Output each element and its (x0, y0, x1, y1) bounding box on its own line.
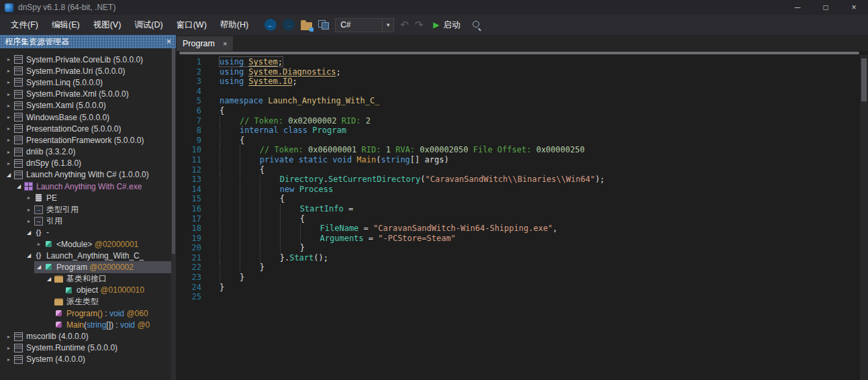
language-selector[interactable]: C# ▾ (335, 18, 394, 32)
code-line[interactable]: { (220, 214, 860, 224)
redo-button[interactable]: ↷ (415, 19, 424, 31)
collapse-icon[interactable]: ◢ (34, 264, 44, 270)
expand-icon[interactable]: ▸ (4, 357, 13, 363)
expand-icon[interactable]: ▸ (4, 56, 13, 62)
menu-item[interactable]: 帮助(H) (213, 15, 255, 35)
code-line[interactable]: { (220, 194, 860, 204)
menu-item[interactable]: 编辑(E) (45, 15, 87, 35)
code-area[interactable]: 1234567891011121314151617181920212223242… (176, 55, 868, 380)
tree-item[interactable]: ▸System.Private.CoreLib (5.0.0.0) (4, 54, 176, 65)
code-line[interactable]: using System.Diagnostics; (220, 67, 860, 77)
minimize-button[interactable]: ─ (783, 0, 812, 15)
tree-item[interactable]: ▸System.Xaml (5.0.0.0) (4, 100, 176, 111)
menu-item[interactable]: 窗口(W) (170, 15, 213, 35)
vertical-scrollbar-thumb[interactable] (861, 58, 867, 101)
code-line[interactable]: Arguments = "-PCStore=Steam" (220, 234, 860, 244)
tree-item[interactable]: ◢基类和接口 (44, 273, 176, 285)
code-line[interactable]: FileName = "CaravanSandWitch-Win64-Shipp… (220, 224, 860, 234)
code-line[interactable]: { (220, 165, 860, 175)
code-line[interactable]: { (220, 106, 860, 116)
code-line[interactable]: using System.IO; (220, 77, 860, 87)
panel-close-button[interactable]: × (166, 37, 171, 46)
expand-icon[interactable]: ▸ (4, 103, 13, 109)
code-line[interactable]: StartInfo = (220, 204, 860, 214)
tree-item[interactable]: ▸引用 (24, 216, 176, 227)
code-line[interactable] (220, 87, 860, 97)
code-line[interactable]: internal class Program (220, 126, 860, 136)
open-file-icon[interactable] (301, 22, 312, 30)
menu-item[interactable]: 文件(F) (4, 15, 45, 35)
expand-icon[interactable]: ▸ (4, 160, 13, 167)
maximize-button[interactable]: □ (812, 0, 840, 15)
expand-icon[interactable]: ▸ (4, 334, 13, 340)
tree-item[interactable]: ◢- (24, 227, 176, 238)
tree-item[interactable]: ▸WindowsBase (5.0.0.0) (4, 111, 176, 123)
assembly-explorer-header[interactable]: 程序集资源管理器 × (0, 35, 176, 48)
tree-item[interactable]: ◢Launch Anything With C#.exe (14, 181, 176, 192)
tree-item[interactable]: ▸类型引用 (24, 203, 176, 215)
save-modules-icon[interactable] (318, 20, 329, 30)
tree-item[interactable]: ▸PE (24, 192, 176, 203)
expand-icon[interactable]: ▸ (4, 149, 13, 155)
collapse-icon[interactable]: ◢ (4, 172, 13, 178)
code-line[interactable]: } (220, 283, 860, 293)
tree-item[interactable]: ◢Launch Anything With C# (1.0.0.0) (4, 169, 176, 181)
tree-scrollbar-thumb[interactable] (172, 48, 175, 254)
start-debugging-button[interactable]: ▶ 启动 (433, 19, 460, 31)
code-line[interactable]: new Process (220, 185, 860, 195)
code-line[interactable]: using System; (220, 57, 860, 67)
tree-scrollbar[interactable] (171, 48, 176, 380)
tree-item[interactable]: ▸System (4.0.0.0) (4, 354, 176, 365)
code-line[interactable] (220, 292, 860, 302)
tree-item[interactable]: object @01000010 (54, 285, 176, 296)
code-line[interactable]: { (220, 136, 860, 146)
tree-item[interactable]: 派生类型 (44, 296, 176, 307)
menu-item[interactable]: 视图(V) (87, 15, 128, 35)
code-line[interactable]: // Token: 0x06000001 RID: 1 RVA: 0x00002… (220, 145, 860, 155)
navigate-back-button[interactable]: ← (264, 19, 277, 31)
expand-icon[interactable]: ▸ (4, 114, 13, 120)
tree-item[interactable]: ▸PresentationCore (5.0.0.0) (4, 123, 176, 134)
collapse-icon[interactable]: ◢ (24, 252, 34, 258)
expand-icon[interactable]: ▸ (4, 68, 13, 74)
code-line[interactable]: }.Start(); (220, 253, 860, 263)
undo-button[interactable]: ↶ (400, 19, 409, 31)
tree-item[interactable]: ▸PresentationFramework (5.0.0.0) (4, 134, 176, 146)
code-line[interactable]: // Token: 0x02000002 RID: 2 (220, 116, 860, 126)
code-line[interactable]: namespace Launch_Anything_With_C_ (220, 96, 860, 106)
expand-icon[interactable]: ▸ (4, 91, 13, 97)
horizontal-scrollbar-thumb[interactable] (179, 52, 859, 54)
code-line[interactable]: private static void Main(string[] args) (220, 155, 860, 165)
tree-item[interactable]: ◢Program @02000002 (34, 261, 176, 273)
collapse-icon[interactable]: ◢ (24, 230, 34, 236)
navigate-forward-button[interactable]: → (283, 19, 295, 31)
expand-icon[interactable]: ▸ (24, 207, 34, 213)
tree-item[interactable]: ▸System.Private.Uri (5.0.0.0) (4, 65, 176, 77)
code-line[interactable]: } (220, 243, 860, 253)
collapse-icon[interactable]: ◢ (14, 183, 23, 189)
editor-vertical-scrollbar[interactable] (860, 55, 868, 380)
tree-item[interactable]: Main(string[]) : void @0 (44, 319, 176, 330)
tree-item[interactable]: ▸System.Private.Xml (5.0.0.0) (4, 89, 176, 100)
tree-item[interactable]: ▸dnSpy (6.1.8.0) (4, 158, 176, 169)
expand-icon[interactable]: ▸ (4, 126, 13, 132)
code-line[interactable]: } (220, 273, 860, 283)
expand-icon[interactable]: ▸ (4, 137, 13, 143)
tree-item[interactable]: ▸System.Runtime (5.0.0.0) (4, 342, 176, 354)
close-button[interactable]: × (840, 0, 868, 15)
tree-item[interactable]: ▸mscorlib (4.0.0.0) (4, 331, 176, 342)
code-line[interactable]: Directory.SetCurrentDirectory("CaravanSa… (220, 175, 860, 185)
tree-item[interactable]: ▸<Module> @02000001 (34, 238, 176, 250)
search-icon[interactable] (472, 20, 482, 30)
tree-item[interactable]: Program() : void @060 (44, 307, 176, 319)
expand-icon[interactable]: ▸ (24, 195, 34, 201)
tree-item[interactable]: ▸System.Linq (5.0.0.0) (4, 77, 176, 88)
expand-icon[interactable]: ▸ (24, 218, 34, 224)
tab-program[interactable]: Program × (177, 36, 233, 51)
expand-icon[interactable]: ▸ (4, 345, 13, 351)
expand-icon[interactable]: ▸ (4, 79, 13, 85)
tab-close-icon[interactable]: × (223, 40, 227, 48)
menu-item[interactable]: 调试(D) (128, 15, 169, 35)
collapse-icon[interactable]: ◢ (44, 276, 54, 282)
expand-icon[interactable]: ▸ (34, 241, 44, 247)
